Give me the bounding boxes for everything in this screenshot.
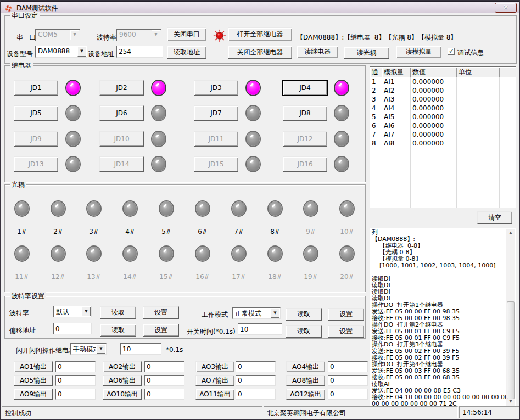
ao-input-ao4[interactable] [328, 361, 368, 372]
relay-button-jd9: JD9 [14, 131, 58, 147]
relay-button-jd5[interactable]: JD5 [14, 105, 58, 121]
serial-port-value: COM5 [38, 31, 69, 38]
scrollbar-thumb[interactable] [507, 301, 515, 399]
analog-table[interactable]: 通模拟量数值单位1AI10.0000002AI20.0000003AI30.00… [370, 66, 516, 208]
debug-info-checkbox[interactable] [448, 48, 455, 55]
table-row[interactable]: 6AI60.000000 [370, 122, 515, 131]
read-relays-button[interactable]: 读继电器 [297, 46, 338, 58]
table-cell: AI7 [382, 131, 411, 139]
close-serial-button[interactable]: 关闭串口 [167, 27, 206, 41]
ao-input-ao1[interactable] [55, 361, 96, 372]
relay-button-jd6[interactable]: JD6 [99, 105, 144, 121]
ao-input-ao10[interactable] [144, 389, 184, 400]
read-address-button[interactable]: 读取地址 [167, 46, 206, 59]
analog-table-header-cell[interactable]: 数值 [411, 67, 457, 77]
opto-led-5 [160, 201, 173, 216]
ao-button-ao1[interactable]: AO1输出 [14, 361, 53, 372]
analog-table-header-cell[interactable]: 通 [370, 67, 382, 77]
chevron-down-icon[interactable]: ▼ [77, 47, 86, 57]
table-row[interactable]: 7AI70.000000 [370, 131, 515, 139]
opto-led-13 [87, 247, 100, 261]
ao-button-ao7[interactable]: AO7输出 [195, 375, 234, 386]
switch-time-input[interactable] [238, 323, 282, 335]
relay-button-jd7[interactable]: JD7 [194, 105, 238, 121]
work-mode-select[interactable]: 正常模式 ▼ [232, 307, 281, 319]
scroll-up-icon[interactable]: ▲ [506, 229, 515, 237]
read-optocoupler-button[interactable]: 读光耦 [344, 47, 389, 59]
open-all-relays-button[interactable]: 打开全部继电器 [228, 27, 292, 41]
ao-button-ao2[interactable]: AO2输出 [103, 361, 142, 372]
log-line [372, 269, 504, 276]
ao-input-ao12[interactable] [328, 389, 368, 400]
ao-button-ao4[interactable]: AO4输出 [286, 361, 325, 372]
log-scrollbar[interactable]: ▲ ▼ [506, 229, 515, 406]
close-all-relays-button[interactable]: 关闭全部继电器 [228, 46, 292, 59]
scroll-down-icon[interactable]: ▼ [506, 397, 515, 406]
baud-set-button[interactable]: 设置 [143, 306, 179, 319]
chevron-down-icon[interactable]: ▼ [271, 309, 279, 318]
clear-log-button[interactable]: 清空 [477, 211, 512, 224]
work-mode-set-button[interactable]: 设置 [328, 308, 364, 321]
flash-mode-select[interactable]: 手动模式 ▼ [70, 343, 107, 355]
device-model-select[interactable]: DAM0888 ▼ [35, 46, 87, 58]
ao-button-ao5[interactable]: AO5输出 [14, 375, 53, 386]
opto-led-7 [232, 201, 245, 216]
offset-read-button[interactable]: 读取 [100, 324, 136, 337]
chevron-down-icon[interactable]: ▼ [82, 307, 91, 316]
analog-table-header-cell[interactable]: 模拟量 [382, 67, 411, 77]
table-row[interactable]: 3AI30.000000 [370, 96, 515, 104]
chevron-down-icon: ▼ [152, 30, 160, 40]
ao-button-ao11[interactable]: AO11输出 [195, 389, 234, 400]
ao-button-ao9[interactable]: AO9输出 [14, 389, 53, 400]
ao-input-ao2[interactable] [144, 361, 184, 372]
switch-time-read-button[interactable]: 读取 [286, 325, 322, 338]
ao-button-ao3[interactable]: AO3输出 [195, 361, 234, 372]
ao-input-ao3[interactable] [236, 361, 276, 372]
opto-led-8 [269, 201, 282, 216]
relay-button-jd2[interactable]: JD2 [99, 80, 144, 96]
read-analog-button[interactable]: 读模拟量 [396, 46, 441, 58]
chevron-down-icon[interactable]: ▼ [97, 344, 105, 354]
relay-button-jd8[interactable]: JD8 [283, 105, 327, 121]
baud-read-button[interactable]: 读取 [100, 306, 136, 319]
analog-table-header-cell[interactable] [500, 67, 516, 77]
ao-button-ao6[interactable]: AO6输出 [103, 375, 142, 386]
relay-led-jd12 [335, 132, 348, 146]
table-row[interactable]: 5AI50.000000 [370, 113, 515, 122]
table-row[interactable]: 4AI40.000000 [370, 104, 515, 113]
offset-set-button[interactable]: 设置 [143, 324, 179, 337]
table-row[interactable]: 8AI80.000000 [370, 139, 515, 148]
ao-input-ao6[interactable] [144, 375, 184, 386]
flash-time-input[interactable] [120, 343, 161, 355]
status-bar: 控制成功 北京聚英翱翔电子有限公司 14:56:14 [2, 406, 518, 418]
serial-open-indicator-icon [213, 29, 226, 42]
relay-button-jd1[interactable]: JD1 [14, 80, 58, 96]
ao-input-ao8[interactable] [328, 375, 368, 386]
log-output[interactable]: 列【DAM0888】: 【继电器 0-8】 【光耦 0-8】 【模拟量 0-8】… [370, 228, 516, 407]
table-row[interactable]: 1AI10.000000 [370, 78, 515, 87]
title-bar[interactable]: DAM调试软件 ✕ [1, 1, 519, 13]
relay-led-jd13 [66, 157, 80, 171]
ao-button-ao12[interactable]: AO12输出 [286, 389, 325, 400]
work-mode-read-button[interactable]: 读取 [286, 308, 322, 321]
opto-label-6: 6# [192, 228, 214, 236]
device-address-input[interactable] [116, 46, 163, 58]
relay-button-jd14: JD14 [99, 156, 144, 172]
baud-setting-select[interactable]: 默认 ▼ [53, 306, 92, 317]
close-button[interactable]: ✕ [495, 3, 517, 13]
table-cell: AI5 [382, 113, 411, 122]
ao-input-ao11[interactable] [236, 389, 276, 400]
flash-time-unit-label: *0.1s [166, 346, 183, 354]
relay-button-jd4[interactable]: JD4 [283, 80, 327, 96]
relay-button-jd3[interactable]: JD3 [194, 80, 238, 96]
switch-time-set-button[interactable]: 设置 [328, 325, 364, 338]
offset-address-input[interactable] [53, 323, 92, 334]
ao-input-ao9[interactable] [55, 389, 96, 400]
ao-button-ao8[interactable]: AO8输出 [286, 375, 325, 386]
table-row[interactable]: 2AI20.000000 [370, 87, 515, 96]
relay-button-jd10: JD10 [99, 131, 144, 147]
ao-input-ao7[interactable] [236, 375, 276, 386]
analog-table-header-cell[interactable]: 单位 [457, 67, 500, 77]
ao-button-ao10[interactable]: AO10输出 [103, 389, 142, 400]
ao-input-ao5[interactable] [55, 375, 96, 386]
